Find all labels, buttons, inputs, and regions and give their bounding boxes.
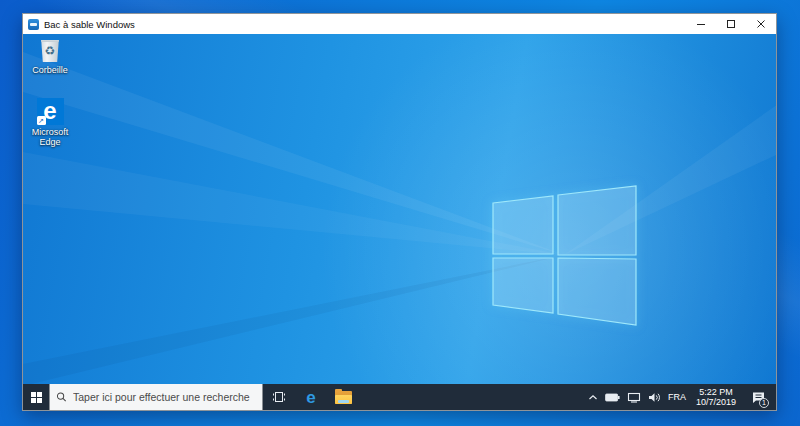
wallpaper-ray: [23, 34, 776, 384]
sandbox-app-icon: [28, 19, 39, 30]
close-button[interactable]: [746, 14, 776, 34]
notification-badge: 1: [759, 398, 769, 408]
taskbar-file-explorer-button[interactable]: [327, 384, 359, 410]
window-controls: [686, 14, 776, 34]
chevron-up-icon: [588, 394, 598, 401]
edge-taskbar-icon: e: [306, 389, 315, 406]
edge-icon: e ↗: [37, 98, 64, 125]
sandbox-desktop[interactable]: ♻ Corbeille e ↗ Microsoft Edge: [23, 34, 776, 384]
show-hidden-icons-button[interactable]: [588, 394, 598, 401]
volume-tray-button[interactable]: [648, 392, 661, 403]
shortcut-arrow-icon: ↗: [37, 116, 46, 125]
network-icon: [627, 392, 641, 403]
wallpaper-ray: [23, 34, 776, 384]
host-desktop: Bac à sable Windows: [0, 0, 800, 426]
battery-tray-button[interactable]: [605, 393, 620, 402]
desktop-icon-label: Microsoft Edge: [23, 127, 79, 147]
clock-date: 10/7/2019: [696, 397, 736, 407]
taskbar-search[interactable]: [49, 384, 263, 410]
maximize-icon: [726, 19, 736, 29]
wallpaper-ray: [23, 34, 776, 384]
task-view-icon: [271, 390, 287, 404]
clock-time: 5:22 PM: [696, 387, 736, 397]
window-titlebar[interactable]: Bac à sable Windows: [23, 14, 776, 34]
windows-logo-wallpaper: [23, 34, 776, 384]
minimize-button[interactable]: [686, 14, 716, 34]
start-button[interactable]: [23, 384, 49, 410]
file-explorer-icon: [335, 391, 352, 404]
system-tray: FRA 5:22 PM 10/7/2019 1: [588, 384, 776, 410]
minimize-icon: [696, 19, 706, 29]
volume-icon: [648, 392, 661, 403]
battery-icon: [605, 393, 620, 402]
recycle-bin-icon: ♻: [37, 36, 64, 63]
task-view-button[interactable]: [263, 384, 295, 410]
taskbar: e: [23, 384, 776, 410]
close-icon: [756, 19, 766, 29]
windows-start-icon: [31, 392, 42, 403]
window-title: Bac à sable Windows: [44, 19, 686, 30]
recycle-glyph: ♻: [45, 45, 56, 57]
language-indicator[interactable]: FRA: [668, 392, 686, 402]
desktop-icon-label: Corbeille: [32, 65, 68, 75]
action-center-button[interactable]: 1: [746, 384, 770, 410]
search-input[interactable]: [73, 391, 256, 403]
taskbar-clock[interactable]: 5:22 PM 10/7/2019: [693, 387, 739, 407]
maximize-button[interactable]: [716, 14, 746, 34]
desktop-icon-recycle-bin[interactable]: ♻ Corbeille: [23, 36, 81, 75]
search-icon: [56, 391, 67, 403]
sandbox-window: Bac à sable Windows: [22, 13, 777, 411]
network-tray-button[interactable]: [627, 392, 641, 403]
wallpaper-ray: [23, 34, 776, 384]
desktop-icon-microsoft-edge[interactable]: e ↗ Microsoft Edge: [23, 98, 81, 147]
taskbar-edge-button[interactable]: e: [295, 384, 327, 410]
